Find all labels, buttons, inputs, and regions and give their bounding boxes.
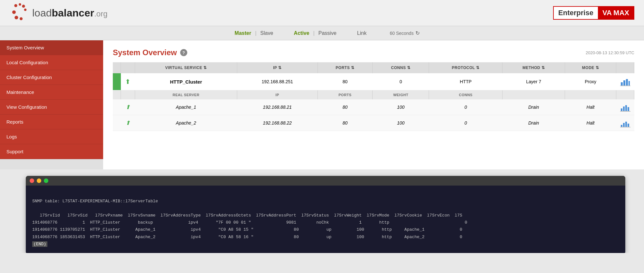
th-arrow-col: [121, 62, 135, 73]
vs-name: HTTP_Cluster: [135, 73, 237, 90]
svg-rect-12: [621, 108, 622, 111]
rs-chart-2[interactable]: [616, 115, 634, 131]
rs-chart-1[interactable]: [616, 99, 634, 115]
table-header-row: VIRTUAL SERVICE ⇅ IP ⇅ PORTS ⇅ CONNS ⇅ P…: [113, 62, 634, 73]
sidebar-item-support[interactable]: Support: [0, 144, 103, 159]
svg-rect-18: [623, 123, 625, 127]
rs-up-arrow-icon-2: ⬆: [125, 119, 130, 126]
rs-arrow-1: ⬆: [121, 99, 135, 115]
refresh-icon[interactable]: ↻: [415, 30, 420, 36]
svg-rect-9: [626, 79, 628, 86]
rs-conns-1: 0: [429, 99, 503, 115]
rs-conns-2: 0: [429, 115, 503, 131]
refresh-control: 60 Seconds ↻: [390, 30, 420, 36]
th-virtual-service[interactable]: VIRTUAL SERVICE ⇅: [135, 62, 237, 73]
th-chart: [616, 62, 634, 73]
page-title-row: System Overview ? 2020-08-13 12:30:59 UT…: [113, 48, 634, 57]
svg-rect-17: [621, 125, 622, 127]
terminal-maximize-btn[interactable]: [44, 178, 48, 183]
terminal-end-label: (END): [32, 241, 47, 247]
content-area: System Overview ? 2020-08-13 12:30:59 UT…: [103, 40, 644, 169]
svg-rect-10: [629, 81, 630, 86]
terminal-data-row2: 1914068776 1139705271 HTTP_Cluster Apach…: [32, 227, 462, 232]
svg-point-4: [12, 10, 16, 14]
sidebar-item-logs[interactable]: Logs: [0, 129, 103, 144]
rs-row-apache2: ⬆ Apache_2 192.168.88.22 80 100 0 Drain …: [113, 115, 634, 131]
svg-point-5: [15, 16, 18, 19]
vs-status-bar: [113, 73, 121, 90]
terminal-line-1: SNMP table: L7STAT-EXPERIMENTAL-MIB::l7S…: [32, 199, 158, 204]
svg-rect-19: [625, 122, 627, 127]
sidebar-item-maintenance[interactable]: Maintenance: [0, 85, 103, 100]
help-icon[interactable]: ?: [180, 49, 187, 56]
vs-arrow: ⬆: [121, 73, 135, 90]
svg-rect-15: [628, 107, 629, 111]
svg-rect-8: [623, 80, 625, 86]
sidebar-item-local-configuration[interactable]: Local Configuration: [0, 55, 103, 70]
rs-halt-1[interactable]: Halt: [565, 99, 616, 115]
logo-text: loadbalancer.org: [32, 7, 107, 19]
master-slave-group: Master | Slave: [232, 30, 276, 36]
sidebar-item-view-configuration[interactable]: View Configuration: [0, 100, 103, 115]
rs-halt-2[interactable]: Halt: [565, 115, 616, 131]
th-ports[interactable]: PORTS ⇅: [317, 62, 373, 73]
svg-point-6: [20, 17, 23, 20]
th-conns[interactable]: CONNS ⇅: [373, 62, 429, 73]
th-ip[interactable]: IP ⇅: [237, 62, 317, 73]
active-passive-group: Active | Passive: [291, 30, 339, 36]
rs-weight-1: 100: [373, 99, 429, 115]
rs-name-1: Apache_1: [135, 99, 237, 115]
vs-row-http-cluster: ⬆ HTTP_Cluster 192.168.88.251 80 0 HTTP …: [113, 73, 634, 90]
terminal-minimize-btn[interactable]: [37, 178, 41, 183]
nav-slave[interactable]: Slave: [258, 30, 276, 36]
rs-ports-2: 80: [317, 115, 373, 131]
rs-th-ports: PORTS: [317, 90, 373, 100]
nav-active[interactable]: Active: [291, 30, 312, 36]
up-arrow-icon: ⬆: [125, 78, 131, 86]
svg-point-0: [14, 4, 17, 7]
page-title: System Overview ?: [113, 48, 187, 57]
rs-status-bar-2: [113, 115, 121, 131]
rs-name-2: Apache_2: [135, 115, 237, 131]
rs-header-row: REAL SERVER IP PORTS WEIGHT CONNS: [113, 90, 634, 100]
vs-conns: 0: [373, 73, 429, 90]
main-layout: System Overview Local Configuration Clus…: [0, 40, 644, 169]
vs-chart[interactable]: [616, 73, 634, 90]
rs-ports-1: 80: [317, 99, 373, 115]
rs-th-weight: WEIGHT: [373, 90, 429, 100]
th-protocol[interactable]: PROTOCOL ⇅: [429, 62, 503, 73]
vs-method: Layer 7: [503, 73, 565, 90]
sidebar-item-reports[interactable]: Reports: [0, 115, 103, 129]
sidebar: System Overview Local Configuration Clus…: [0, 40, 103, 169]
rs-status-bar-1: [113, 99, 121, 115]
terminal-close-btn[interactable]: [30, 178, 34, 183]
enterprise-label: Enterprise: [554, 7, 598, 19]
rs-th-name: REAL SERVER: [135, 90, 237, 100]
th-mode[interactable]: MODE ⇅: [565, 62, 616, 73]
nav-bar: Master | Slave Active | Passive Link 60 …: [0, 26, 644, 40]
terminal-data-row3: 1914068776 1853631453 HTTP_Cluster Apach…: [32, 235, 462, 239]
rs-drain-2[interactable]: Drain: [503, 115, 565, 131]
terminal-data-row1: 1914068776 1 HTTP_Cluster backup ipv4 "7…: [32, 220, 467, 225]
refresh-label: 60 Seconds: [390, 31, 414, 36]
vs-protocol: HTTP: [429, 73, 503, 90]
nav-link[interactable]: Link: [355, 30, 369, 36]
sidebar-item-cluster-configuration[interactable]: Cluster Configuration: [0, 70, 103, 85]
nav-passive[interactable]: Passive: [316, 30, 339, 36]
th-method[interactable]: METHOD ⇅: [503, 62, 565, 73]
rs-drain-1[interactable]: Drain: [503, 99, 565, 115]
overview-table: VIRTUAL SERVICE ⇅ IP ⇅ PORTS ⇅ CONNS ⇅ P…: [113, 62, 634, 131]
header: loadbalancer.org Enterprise VA MAX: [0, 0, 644, 26]
nav-master[interactable]: Master: [232, 30, 254, 36]
rs-ip-1: 192.168.88.21: [237, 99, 317, 115]
terminal-window: SNMP table: L7STAT-EXPERIMENTAL-MIB::l7S…: [26, 176, 625, 253]
rs-th-ip: IP: [237, 90, 317, 100]
rs-chart-icon-2: [620, 118, 630, 127]
svg-point-2: [22, 5, 25, 8]
vs-ip: 192.168.88.251: [237, 73, 317, 90]
va-max-label: VA MAX: [598, 7, 634, 19]
sidebar-item-system-overview[interactable]: System Overview: [0, 40, 103, 55]
svg-point-1: [19, 3, 21, 5]
logo-area: loadbalancer.org: [10, 3, 107, 23]
th-spacer: [113, 62, 121, 73]
